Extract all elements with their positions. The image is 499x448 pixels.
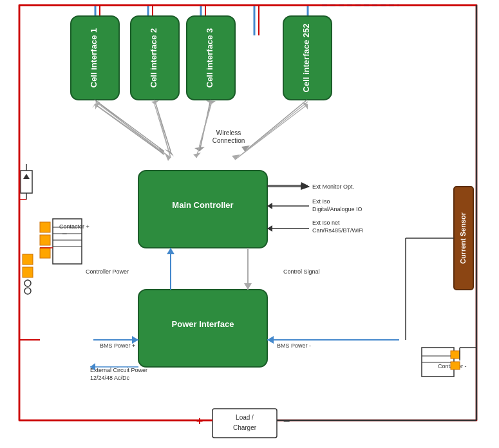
ext-iso-net-label: Ext Iso net [312,219,340,226]
main-controller-label: Main Controller [172,200,233,210]
power-interface-label: Power Interface [172,319,234,329]
svg-marker-31 [23,174,30,179]
ext-circuit-power-label: External Circuit Power [90,367,147,373]
ext-iso-digital-label2: Digital/Analogue IO [312,206,362,212]
load-charger-box [212,409,277,438]
control-signal-label: Control Signal [283,268,320,275]
ext-monitor-label: Ext Monitor Opt. [312,183,354,190]
ext-iso-net-label2: Can/Rs485/BT/WiFi [312,227,364,234]
diagram-container: Cell interface 1 Cell interface 2 Cell i… [0,0,499,448]
controller-power-label: Controller Power [86,268,129,275]
svg-marker-53 [267,203,272,209]
svg-rect-34 [40,248,50,258]
svg-line-17 [245,100,307,151]
svg-point-41 [24,288,31,294]
precharge-terminal-1 [23,254,33,265]
svg-rect-43 [451,362,460,369]
load-charger-label: Load / [236,414,254,421]
ext-iso-digital-label: Ext Iso [312,198,330,205]
bms-power-plus-label: BMS Power + [100,342,135,349]
svg-marker-59 [244,283,252,290]
wireless-connection-label: Wireless [216,129,241,136]
svg-point-40 [24,280,31,286]
current-limiter-label: Current Limiter [7,158,15,209]
cell-interface-1-label: Cell interface 1 [89,28,99,88]
svg-line-79 [235,104,308,160]
ext-circuit-power-label2: 12/24/48 Ac/Dc [90,375,130,381]
svg-marker-84 [301,182,308,189]
svg-marker-57 [167,248,174,254]
svg-line-20 [95,104,164,154]
svg-marker-55 [267,225,272,232]
svg-marker-78 [206,100,216,104]
precharge-terminal-2 [23,267,33,277]
svg-line-73 [95,104,171,158]
wireless-connection-label2: Connection [212,137,245,144]
svg-rect-33 [40,235,50,245]
svg-text:−: − [62,229,67,239]
svg-marker-63 [267,336,274,344]
bms-power-minus-label: BMS Power - [277,342,311,349]
cell-interface-3-label: Cell interface 3 [205,28,214,88]
current-sensor-label: Current Sensor [459,212,467,264]
svg-rect-42 [451,351,460,359]
load-charger-label2: Charger [233,424,257,431]
precharge-contactor-label: PreCharge Contactor [8,234,16,306]
cell-interface-252-label: Cell interface 252 [301,24,311,93]
cell-interface-2-label: Cell interface 2 [149,28,158,88]
svg-rect-32 [40,222,50,232]
svg-line-77 [196,104,211,158]
